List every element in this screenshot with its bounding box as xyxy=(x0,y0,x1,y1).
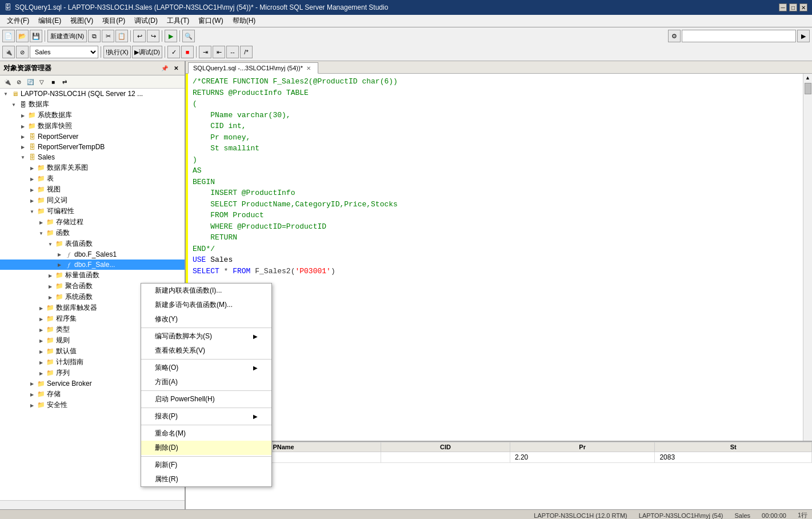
expand-defaults-icon[interactable] xyxy=(37,347,46,356)
tree-node-reportserver[interactable]: 🗄 ReportServer xyxy=(0,131,185,142)
tree-node-reportservertempdb[interactable]: 🗄 ReportServerTempDB xyxy=(0,142,185,152)
tree-node-functions[interactable]: 📁 函数 xyxy=(0,227,185,238)
editor-area[interactable]: /*CREATE FUNCTION F_Sales2(@ProductID ch… xyxy=(186,74,812,441)
expand-tables-icon[interactable] xyxy=(27,174,37,183)
menu-edit[interactable]: 编辑(E) xyxy=(34,15,66,27)
debug-btn[interactable]: ▶ 调试(D) xyxy=(132,46,162,58)
query-tab[interactable]: SQLQuery1.sql -...3SLOC1H\myj (54))* ✕ xyxy=(188,62,318,74)
horizontal-scrollbar[interactable] xyxy=(0,500,185,509)
indent-icon[interactable]: ⇥ xyxy=(199,46,211,58)
expand-syn-icon[interactable] xyxy=(27,196,37,205)
stop-panel-btn[interactable]: ■ xyxy=(48,77,58,87)
tree-node-fsales1[interactable]: 𝑓 dbo.F_Sales1 xyxy=(0,249,185,260)
scroll-up-btn[interactable]: ▲ xyxy=(805,75,810,81)
tab-close-icon[interactable]: ✕ xyxy=(306,65,311,71)
expand-server-icon[interactable] xyxy=(1,89,10,98)
minimize-button[interactable]: ─ xyxy=(779,3,787,11)
expand-rules-icon[interactable] xyxy=(37,336,46,345)
expand-fsales2-icon[interactable] xyxy=(55,260,64,269)
filter-panel-btn[interactable]: ▽ xyxy=(37,77,47,87)
maximize-button[interactable]: □ xyxy=(789,3,797,11)
menu-tools[interactable]: 工具(T) xyxy=(162,15,194,27)
ctx-rename[interactable]: 重命名(M) xyxy=(141,426,271,441)
menu-view[interactable]: 视图(V) xyxy=(66,15,98,27)
comment-icon[interactable]: -- xyxy=(226,46,239,58)
close-panel-icon[interactable]: ✕ xyxy=(171,63,181,73)
expand-snap-icon[interactable] xyxy=(18,122,27,131)
tree-node-fsales2[interactable]: 𝑓 dbo.F_Sale... xyxy=(0,260,185,270)
expand-diag-icon[interactable] xyxy=(27,163,37,173)
vertical-scrollbar[interactable]: ▲ xyxy=(803,74,812,441)
paste-icon[interactable]: 📋 xyxy=(115,30,128,42)
expand-sproc-icon[interactable] xyxy=(37,218,46,227)
parse-icon[interactable]: ✓ xyxy=(167,46,180,58)
connect-icon[interactable]: 🔌 xyxy=(2,46,15,58)
tree-node-snapshot[interactable]: 📁 数据库快照 xyxy=(0,121,185,131)
execute-icon[interactable]: ▶ xyxy=(165,30,177,42)
tree-node-sales[interactable]: 🗄 Sales xyxy=(0,152,185,162)
menu-project[interactable]: 项目(P) xyxy=(98,15,130,27)
tree-node-scalar-funcs[interactable]: 📁 标量值函数 xyxy=(0,270,185,281)
tree-node-tables[interactable]: 📁 表 xyxy=(0,173,185,184)
copy-icon[interactable]: ⧉ xyxy=(88,30,101,42)
expand-sales-icon[interactable] xyxy=(18,153,27,162)
pin-icon[interactable]: 📌 xyxy=(159,63,170,73)
open-icon[interactable]: 📂 xyxy=(16,30,29,42)
cut-icon[interactable]: ✂ xyxy=(102,30,114,42)
menu-file[interactable]: 文件(F) xyxy=(2,15,34,27)
expand-trig-icon[interactable] xyxy=(37,304,46,313)
ctx-facets[interactable]: 方面(A) xyxy=(141,375,271,389)
stop-icon[interactable]: ■ xyxy=(181,46,194,58)
expand-storage-icon[interactable] xyxy=(27,390,37,399)
menu-debug[interactable]: 调试(D) xyxy=(130,15,162,27)
tree-node-programmability[interactable]: 📁 可编程性 xyxy=(0,206,185,217)
outdent-icon[interactable]: ⇤ xyxy=(213,46,225,58)
expand-sb-icon[interactable] xyxy=(27,379,37,388)
tree-node-system-db[interactable]: 📁 系统数据库 xyxy=(0,110,185,121)
tree-node-server[interactable]: 🖥 LAPTOP-N3SLOC1H (SQL Server 12 ... xyxy=(0,89,185,99)
refresh-panel-btn[interactable]: 🔄 xyxy=(25,77,35,87)
tree-node-tvf[interactable]: 📁 表值函数 xyxy=(0,238,185,249)
database-selector[interactable]: Sales xyxy=(30,46,98,58)
expand-scf-icon[interactable] xyxy=(46,271,55,280)
search-go-icon[interactable]: ▶ xyxy=(797,30,810,42)
menu-window[interactable]: 窗口(W) xyxy=(194,15,227,27)
ctx-new-inline-tvf[interactable]: 新建内联表值函数(I)... xyxy=(141,284,271,298)
expand-types-icon[interactable] xyxy=(37,325,46,334)
ctx-refresh[interactable]: 刷新(F) xyxy=(141,458,271,472)
expand-sysdb-icon[interactable] xyxy=(18,111,27,120)
ctx-delete[interactable]: 删除(D) xyxy=(141,441,271,455)
undo-icon[interactable]: ↩ xyxy=(133,30,146,42)
window-controls[interactable]: ─ □ ✕ xyxy=(779,3,807,11)
ctx-view-dependencies[interactable]: 查看依赖关系(V) xyxy=(141,344,271,358)
ctx-reports[interactable]: 报表(P) ▶ xyxy=(141,409,271,424)
expand-prog-icon[interactable] xyxy=(27,207,37,216)
ctx-properties[interactable]: 属性(R) xyxy=(141,472,271,486)
new-query-icon[interactable]: 📄 xyxy=(2,30,15,42)
tree-node-views[interactable]: 📁 视图 xyxy=(0,184,185,195)
ctx-script-function[interactable]: 编写函数脚本为(S) ▶ xyxy=(141,329,271,344)
new-query-btn[interactable]: 新建查询(N) xyxy=(47,30,87,42)
expand-tvf-icon[interactable] xyxy=(46,239,55,249)
ctx-policies[interactable]: 策略(O) ▶ xyxy=(141,361,271,375)
tree-node-synonyms[interactable]: 📁 同义词 xyxy=(0,195,185,206)
search-field[interactable] xyxy=(682,30,796,42)
disconnect-icon[interactable]: ⊘ xyxy=(16,46,29,58)
expand-db-icon[interactable] xyxy=(9,100,18,109)
expand-aggf-icon[interactable] xyxy=(46,282,55,291)
scroll-thumb[interactable] xyxy=(805,83,811,94)
sync-panel-btn[interactable]: ⇄ xyxy=(59,77,70,87)
close-button[interactable]: ✕ xyxy=(799,3,807,11)
save-icon[interactable]: 💾 xyxy=(30,30,42,42)
expand-pg-icon[interactable] xyxy=(37,358,46,367)
disconnect-panel-btn[interactable]: ⊘ xyxy=(14,77,24,87)
expand-fsales1-icon[interactable] xyxy=(55,250,64,259)
ctx-start-powershell[interactable]: 启动 PowerShell(H) xyxy=(141,392,271,406)
expand-views-icon[interactable] xyxy=(27,185,37,194)
expand-func-icon[interactable] xyxy=(37,229,46,238)
redo-icon[interactable]: ↪ xyxy=(147,30,159,42)
tree-node-diagrams[interactable]: 📁 数据库关系图 xyxy=(0,162,185,173)
expand-rstempdb-icon[interactable] xyxy=(18,142,27,151)
expand-asm-icon[interactable] xyxy=(37,314,46,324)
connect-panel-btn[interactable]: 🔌 xyxy=(2,77,13,87)
